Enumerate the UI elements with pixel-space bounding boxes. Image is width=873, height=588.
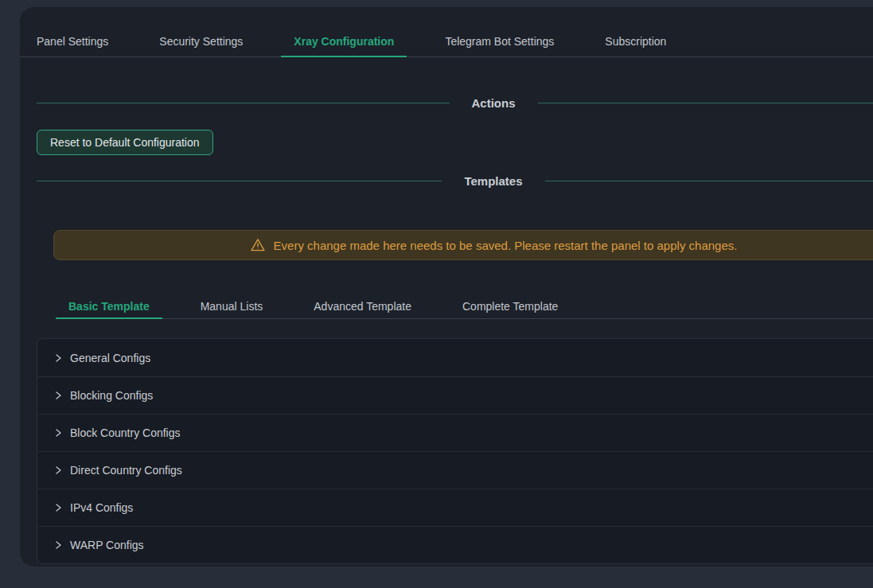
template-tabs: Basic Template Manual Lists Advanced Tem… <box>56 292 873 319</box>
settings-card: Panel Settings Security Settings Xray Co… <box>20 7 873 567</box>
tab-xray-configuration[interactable]: Xray Configuration <box>281 7 407 56</box>
warning-triangle-icon <box>250 237 266 253</box>
templates-section-title: Templates <box>464 174 522 188</box>
config-collapse: General Configs Blocking Configs Block C… <box>37 338 873 564</box>
collapse-item-label: Blocking Configs <box>70 389 153 402</box>
reset-to-default-button[interactable]: Reset to Default Configuration <box>37 130 213 155</box>
restart-warning-text: Every change made here needs to be saved… <box>274 239 738 252</box>
chevron-right-icon <box>53 540 63 550</box>
tab-security-settings[interactable]: Security Settings <box>146 7 255 56</box>
settings-tabs: Panel Settings Security Settings Xray Co… <box>20 7 873 57</box>
templates-section-divider: Templates <box>37 173 873 189</box>
collapse-item-label: Block Country Configs <box>70 426 181 439</box>
restart-warning-alert: Every change made here needs to be saved… <box>53 230 873 260</box>
collapse-item-label: WARP Configs <box>70 539 144 551</box>
chevron-right-icon <box>53 465 63 475</box>
collapse-item-ipv4-configs[interactable]: IPv4 Configs <box>37 489 873 526</box>
tab-basic-template[interactable]: Basic Template <box>56 292 162 318</box>
chevron-right-icon <box>53 353 63 363</box>
chevron-right-icon <box>53 503 63 512</box>
collapse-item-warp-configs[interactable]: WARP Configs <box>37 526 873 563</box>
collapse-item-label: Direct Country Configs <box>70 464 182 477</box>
tab-manual-lists[interactable]: Manual Lists <box>188 292 276 318</box>
tab-panel-settings[interactable]: Panel Settings <box>24 7 121 56</box>
tab-subscription[interactable]: Subscription <box>592 7 679 56</box>
collapse-item-label: General Configs <box>70 352 150 364</box>
tab-complete-template[interactable]: Complete Template <box>450 292 571 318</box>
chevron-right-icon <box>53 391 63 400</box>
collapse-item-label: IPv4 Configs <box>70 501 133 514</box>
collapse-item-blocking-configs[interactable]: Blocking Configs <box>37 376 873 414</box>
tab-advanced-template[interactable]: Advanced Template <box>301 292 424 318</box>
collapse-item-block-country-configs[interactable]: Block Country Configs <box>37 414 873 451</box>
collapse-item-direct-country-configs[interactable]: Direct Country Configs <box>37 451 873 489</box>
collapse-item-general-configs[interactable]: General Configs <box>37 339 873 376</box>
actions-section-divider: Actions <box>37 95 873 111</box>
actions-section-title: Actions <box>472 96 516 110</box>
tab-telegram-bot-settings[interactable]: Telegram Bot Settings <box>432 7 567 56</box>
chevron-right-icon <box>53 428 63 438</box>
